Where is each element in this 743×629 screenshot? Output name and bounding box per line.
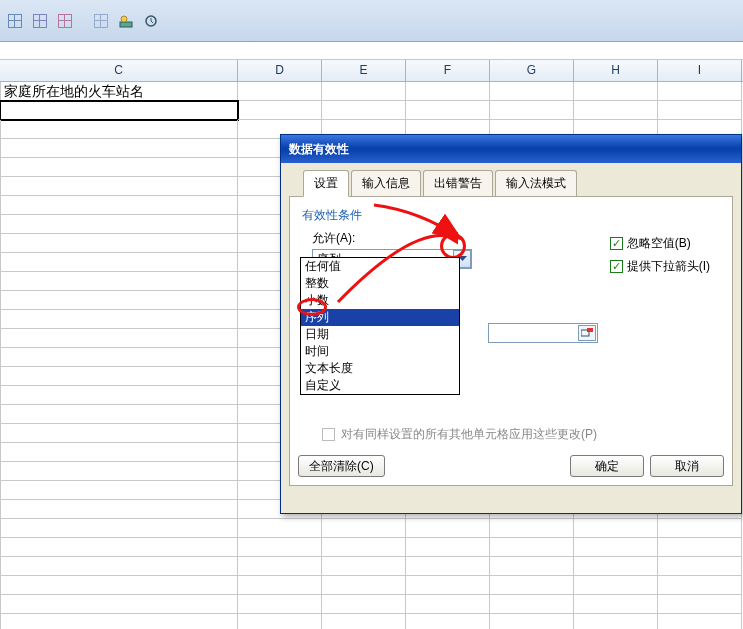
- cell[interactable]: [322, 82, 406, 101]
- dropdown-option[interactable]: 整数: [301, 275, 459, 292]
- cell[interactable]: [322, 595, 406, 614]
- cell[interactable]: [0, 538, 238, 557]
- provide-dropdown-checkbox[interactable]: ✓ 提供下拉箭头(I): [610, 258, 710, 275]
- toolbar-icon-4[interactable]: [90, 10, 112, 32]
- dropdown-option[interactable]: 自定义: [301, 377, 459, 394]
- apply-all-checkbox[interactable]: [322, 428, 335, 441]
- cell[interactable]: [574, 576, 658, 595]
- cell[interactable]: [406, 557, 490, 576]
- cell[interactable]: [574, 538, 658, 557]
- toolbar-icon-2[interactable]: [29, 10, 51, 32]
- cell[interactable]: [490, 614, 574, 629]
- column-header-E[interactable]: E: [322, 60, 406, 81]
- cell[interactable]: [238, 557, 322, 576]
- cell[interactable]: [0, 443, 238, 462]
- cell[interactable]: [490, 538, 574, 557]
- cell[interactable]: [0, 500, 238, 519]
- ignore-blank-checkbox[interactable]: ✓ 忽略空值(B): [610, 235, 710, 252]
- column-header-H[interactable]: H: [574, 60, 658, 81]
- cell[interactable]: [0, 367, 238, 386]
- cell[interactable]: [0, 595, 238, 614]
- cell[interactable]: [238, 519, 322, 538]
- cell[interactable]: [0, 120, 238, 139]
- cell[interactable]: [406, 519, 490, 538]
- cell[interactable]: [322, 101, 406, 120]
- cell[interactable]: [0, 215, 238, 234]
- cell[interactable]: [658, 595, 742, 614]
- range-picker-button[interactable]: [578, 325, 596, 341]
- cell[interactable]: 家庭所在地的火车站名: [0, 82, 238, 101]
- cell[interactable]: [238, 614, 322, 629]
- tab-1[interactable]: 输入信息: [351, 170, 421, 197]
- cell[interactable]: [238, 595, 322, 614]
- cell[interactable]: [0, 576, 238, 595]
- cell[interactable]: [0, 139, 238, 158]
- tab-2[interactable]: 出错警告: [423, 170, 493, 197]
- tab-3[interactable]: 输入法模式: [495, 170, 577, 197]
- cell[interactable]: [0, 177, 238, 196]
- cell[interactable]: [658, 557, 742, 576]
- cell[interactable]: [0, 272, 238, 291]
- cell[interactable]: [574, 101, 658, 120]
- cell[interactable]: [490, 519, 574, 538]
- column-header-G[interactable]: G: [490, 60, 574, 81]
- cancel-button[interactable]: 取消: [650, 455, 724, 477]
- cell[interactable]: [0, 101, 238, 120]
- cell[interactable]: [0, 291, 238, 310]
- column-header-I[interactable]: I: [658, 60, 742, 81]
- cell[interactable]: [490, 595, 574, 614]
- ok-button[interactable]: 确定: [570, 455, 644, 477]
- source-input[interactable]: [488, 323, 598, 343]
- cell[interactable]: [238, 101, 322, 120]
- cell[interactable]: [0, 196, 238, 215]
- cell[interactable]: [574, 519, 658, 538]
- cell[interactable]: [0, 424, 238, 443]
- cell[interactable]: [658, 538, 742, 557]
- cell[interactable]: [0, 158, 238, 177]
- cell[interactable]: [0, 614, 238, 629]
- cell[interactable]: [0, 253, 238, 272]
- column-header-F[interactable]: F: [406, 60, 490, 81]
- cell[interactable]: [658, 82, 742, 101]
- cell[interactable]: [658, 614, 742, 629]
- toolbar-icon-6[interactable]: [140, 10, 162, 32]
- cell[interactable]: [490, 576, 574, 595]
- cell[interactable]: [574, 595, 658, 614]
- toolbar-icon-5[interactable]: [115, 10, 137, 32]
- cell[interactable]: [406, 614, 490, 629]
- cell[interactable]: [406, 595, 490, 614]
- cell[interactable]: [0, 519, 238, 538]
- cell[interactable]: [490, 101, 574, 120]
- dropdown-option[interactable]: 任何值: [301, 258, 459, 275]
- dropdown-option[interactable]: 文本长度: [301, 360, 459, 377]
- toolbar-icon-1[interactable]: [4, 10, 26, 32]
- cell[interactable]: [322, 557, 406, 576]
- cell[interactable]: [574, 82, 658, 101]
- cell[interactable]: [406, 538, 490, 557]
- column-header-C[interactable]: C: [0, 60, 238, 81]
- dropdown-option[interactable]: 序列: [301, 309, 459, 326]
- toolbar-icon-3[interactable]: [54, 10, 76, 32]
- cell[interactable]: [658, 576, 742, 595]
- column-header-D[interactable]: D: [238, 60, 322, 81]
- dropdown-option[interactable]: 日期: [301, 326, 459, 343]
- cell[interactable]: [0, 234, 238, 253]
- cell[interactable]: [658, 101, 742, 120]
- dropdown-option[interactable]: 小数: [301, 292, 459, 309]
- cell[interactable]: [574, 557, 658, 576]
- cell[interactable]: [406, 576, 490, 595]
- cell[interactable]: [574, 614, 658, 629]
- cell[interactable]: [490, 557, 574, 576]
- cell[interactable]: [0, 557, 238, 576]
- cell[interactable]: [490, 82, 574, 101]
- allow-dropdown-list[interactable]: 任何值整数小数序列日期时间文本长度自定义: [300, 257, 460, 395]
- dropdown-option[interactable]: 时间: [301, 343, 459, 360]
- cell[interactable]: [0, 348, 238, 367]
- cell[interactable]: [0, 329, 238, 348]
- dialog-title-bar[interactable]: 数据有效性: [281, 135, 741, 163]
- cell[interactable]: [658, 519, 742, 538]
- clear-all-button[interactable]: 全部清除(C): [298, 455, 385, 477]
- cell[interactable]: [0, 481, 238, 500]
- cell[interactable]: [238, 538, 322, 557]
- cell[interactable]: [238, 576, 322, 595]
